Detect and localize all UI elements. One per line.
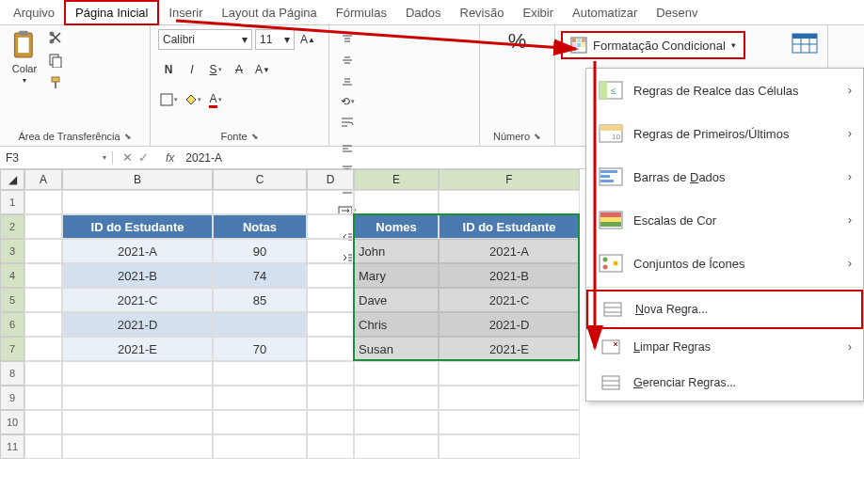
cell[interactable] [62,386,213,410]
cell[interactable]: ID do Estudante [62,214,213,239]
cell[interactable]: 2021-A [439,239,580,263]
cell[interactable] [307,312,354,337]
cf-manage-rules[interactable]: Gerenciar Regras... [586,365,863,401]
col-header-D[interactable]: D [307,169,354,190]
row-header-8[interactable]: 8 [0,361,24,386]
row-header-10[interactable]: 10 [0,410,24,434]
col-header-B[interactable]: B [62,169,213,190]
col-header-C[interactable]: C [213,169,307,190]
cell[interactable] [62,410,213,434]
align-top-button[interactable] [337,29,358,50]
cell[interactable]: 2021-B [439,263,580,288]
fill-color-button[interactable]: ▾ [182,89,202,110]
cell[interactable]: 2021-D [439,312,580,337]
strikethrough-button[interactable]: A [229,59,249,80]
menu-desenvolvedor[interactable]: Desenv [647,2,707,24]
decrease-font-button[interactable]: A▼ [252,59,273,80]
cell[interactable] [24,434,62,459]
cell[interactable]: Nomes [354,214,439,239]
cell[interactable] [24,288,62,312]
row-header-9[interactable]: 9 [0,386,24,410]
number-launcher[interactable]: ⬊ [534,132,541,141]
font-launcher[interactable]: ⬊ [251,132,259,141]
underline-button[interactable]: S▾ [205,59,226,80]
cell[interactable] [213,434,307,459]
cell[interactable] [307,386,354,410]
col-header-A[interactable]: A [24,169,62,190]
cell[interactable] [307,410,354,434]
cell[interactable] [354,190,439,214]
row-header-3[interactable]: 3 [0,239,24,263]
cell[interactable] [439,190,580,214]
cell[interactable]: Chris [354,312,439,337]
cell[interactable] [62,190,213,214]
cf-color-scales[interactable]: Escalas de Cor › [586,198,863,242]
cell[interactable] [213,312,307,337]
cell[interactable] [439,434,580,459]
cell[interactable]: 2021-E [439,337,580,361]
menu-layout-pagina[interactable]: Layout da Página [213,2,327,24]
cell[interactable] [307,190,354,214]
cell[interactable] [307,263,354,288]
copy-button[interactable] [47,52,64,69]
cell[interactable]: 2021-A [62,239,213,263]
menu-exibir[interactable]: Exibir [513,2,563,24]
cell[interactable] [213,190,307,214]
orient-button[interactable]: ⟲▾ [337,91,358,112]
menu-pagina-inicial[interactable]: Página Inicial [64,0,159,25]
cell[interactable] [307,337,354,361]
menu-inserir[interactable]: Inserir [159,2,212,24]
align-bottom-button[interactable] [337,71,358,91]
cell[interactable]: John [354,239,439,263]
cell[interactable] [354,434,439,459]
cell[interactable]: ID do Estudante [439,214,580,239]
cf-clear-rules[interactable]: Limpar Regras › [586,329,863,365]
cell[interactable]: 85 [213,288,307,312]
cell[interactable]: 90 [213,239,307,263]
cell[interactable] [24,312,62,337]
cancel-formula-button[interactable]: ✕ [122,150,133,165]
clipboard-launcher[interactable]: ⬊ [124,132,132,141]
cell[interactable] [24,410,62,434]
row-header-6[interactable]: 6 [0,312,24,337]
col-header-F[interactable]: F [439,169,580,190]
cell[interactable] [354,410,439,434]
cell[interactable]: 2021-B [62,263,213,288]
row-header-5[interactable]: 5 [0,288,24,312]
cell[interactable]: 74 [213,263,307,288]
cell[interactable] [439,410,580,434]
font-color-button[interactable]: A▾ [205,89,226,110]
font-name-select[interactable]: Calibri▾ [158,29,252,50]
cell[interactable] [307,288,354,312]
cell[interactable] [24,337,62,361]
conditional-formatting-button[interactable]: Formatação Condicional ▾ [561,31,745,59]
row-header-1[interactable]: 1 [0,190,24,214]
cf-icon-sets[interactable]: Conjuntos de Ícones › [586,242,863,285]
cell[interactable]: Mary [354,263,439,288]
cell[interactable] [24,239,62,263]
row-header-4[interactable]: 4 [0,263,24,288]
fx-button[interactable]: fx [158,151,182,165]
percent-style-button[interactable]: % [508,29,527,54]
cell[interactable] [439,386,580,410]
cell[interactable] [213,361,307,386]
cell[interactable] [24,386,62,410]
cut-button[interactable] [47,29,64,46]
menu-arquivo[interactable]: Arquivo [4,2,64,24]
format-painter-button[interactable] [47,74,64,91]
cell[interactable] [24,214,62,239]
name-box[interactable]: F3 ▾ [0,151,113,165]
cell[interactable] [307,239,354,263]
menu-dados[interactable]: Dados [396,2,451,24]
cell[interactable] [354,361,439,386]
menu-formulas[interactable]: Fórmulas [327,2,396,24]
cf-data-bars[interactable]: Barras de Dados › [586,155,863,198]
cell[interactable] [307,214,354,239]
cell[interactable] [439,361,580,386]
cell[interactable] [24,361,62,386]
cf-highlight-rules[interactable]: ≤ Regras de Realce das Células › [586,69,863,112]
cell[interactable]: 2021-C [439,288,580,312]
format-as-table-button[interactable] [788,29,822,57]
align-middle-button[interactable] [337,50,358,71]
cell[interactable] [307,361,354,386]
